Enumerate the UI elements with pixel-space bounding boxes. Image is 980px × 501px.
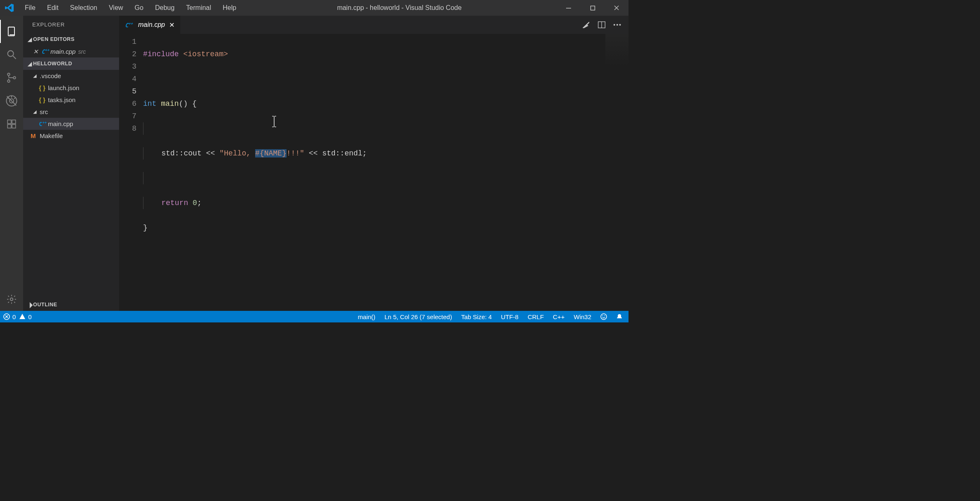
minimap[interactable]: [605, 34, 629, 67]
svg-rect-14: [12, 120, 16, 124]
status-language[interactable]: C++: [553, 313, 564, 320]
status-target[interactable]: Win32: [574, 313, 591, 320]
window-minimize[interactable]: [557, 0, 581, 16]
file-launch-json[interactable]: { } launch.json: [23, 82, 119, 94]
line-number-gutter: 1 2 3 4 5 6 7 8: [119, 34, 143, 311]
chevron-down-icon: ◢: [33, 109, 40, 115]
menu-go[interactable]: Go: [129, 4, 149, 12]
status-scope[interactable]: main(): [358, 313, 375, 320]
status-errors[interactable]: 0: [3, 313, 16, 320]
menu-selection[interactable]: Selection: [64, 4, 103, 12]
tab-main-cpp[interactable]: C++ main.cpp ✕: [119, 16, 181, 34]
menu-view[interactable]: View: [103, 4, 129, 12]
chevron-down-icon: ◢: [26, 36, 33, 43]
activity-debug[interactable]: [0, 89, 23, 112]
json-file-icon: { }: [39, 84, 48, 91]
chevron-down-icon: ◢: [33, 73, 40, 79]
vscode-icon: [0, 3, 19, 12]
titlebar: File Edit Selection View Go Debug Termin…: [0, 0, 629, 16]
close-icon[interactable]: ✕: [33, 48, 41, 55]
window-maximize[interactable]: [581, 0, 605, 16]
svg-line-3: [13, 56, 16, 59]
window-close[interactable]: [605, 0, 629, 16]
svg-rect-1: [590, 6, 595, 10]
folder-label: src: [40, 108, 48, 115]
menu-help[interactable]: Help: [217, 4, 242, 12]
svg-rect-15: [7, 124, 11, 128]
activity-settings[interactable]: [0, 288, 23, 311]
folder-label: .vscode: [40, 72, 61, 79]
json-file-icon: { }: [39, 96, 48, 103]
svg-point-17: [10, 298, 13, 301]
menu-file[interactable]: File: [19, 4, 41, 12]
more-actions-icon[interactable]: •••: [613, 21, 622, 28]
menu-terminal[interactable]: Terminal: [180, 4, 217, 12]
cpp-file-icon: C++: [41, 48, 50, 55]
open-editor-filename: main.cpp: [50, 48, 76, 55]
outline-label: OUTLINE: [33, 302, 57, 308]
status-encoding[interactable]: UTF-8: [501, 313, 519, 320]
open-editors-header[interactable]: ◢ OPEN EDITORS: [23, 33, 119, 45]
makefile-icon: M: [31, 132, 40, 139]
explorer-title: EXPLORER: [23, 16, 119, 33]
open-editors-label: OPEN EDITORS: [33, 36, 74, 42]
tab-close-icon[interactable]: ✕: [169, 21, 174, 29]
file-label: launch.json: [48, 84, 79, 91]
menu-edit[interactable]: Edit: [41, 4, 65, 12]
explorer-sidebar: EXPLORER ◢ OPEN EDITORS ✕ C++ main.cpp s…: [23, 16, 119, 311]
svg-point-23: [605, 315, 605, 316]
cpp-file-icon: C++: [39, 121, 48, 127]
editor-area: C++ main.cpp ✕ ••• 1 2 3 4 5 6 7 8 #incl…: [119, 16, 629, 311]
svg-rect-0: [566, 8, 571, 8]
svg-point-22: [602, 315, 603, 316]
run-build-icon[interactable]: [582, 21, 590, 29]
status-tabsize[interactable]: Tab Size: 4: [461, 313, 492, 320]
svg-point-6: [13, 76, 16, 79]
tabbar: C++ main.cpp ✕ •••: [119, 16, 629, 34]
code-editor[interactable]: 1 2 3 4 5 6 7 8 #include <iostream> int …: [119, 34, 629, 311]
status-eol[interactable]: CRLF: [528, 313, 544, 320]
chevron-down-icon: ◢: [26, 61, 33, 67]
statusbar: 0 0 main() Ln 5, Col 26 (7 selected) Tab…: [0, 311, 629, 322]
svg-rect-16: [12, 124, 16, 128]
file-label: tasks.json: [48, 96, 76, 103]
cpp-file-icon: C++: [125, 22, 134, 28]
workspace-label: HELLOWORLD: [33, 61, 72, 67]
svg-point-5: [7, 80, 10, 82]
file-main-cpp[interactable]: C++ main.cpp: [23, 118, 119, 130]
activity-bar: [0, 16, 23, 311]
open-editor-item[interactable]: ✕ C++ main.cpp src: [23, 45, 119, 57]
file-label: Makefile: [40, 132, 63, 139]
feedback-icon[interactable]: [600, 313, 607, 320]
file-tasks-json[interactable]: { } tasks.json: [23, 94, 119, 106]
activity-search[interactable]: [0, 43, 23, 66]
activity-extensions[interactable]: [0, 112, 23, 136]
svg-line-12: [14, 97, 16, 99]
window-title: main.cpp - helloworld - Visual Studio Co…: [242, 4, 557, 12]
file-makefile[interactable]: M Makefile: [23, 130, 119, 142]
notifications-icon[interactable]: [616, 313, 623, 320]
file-label: main.cpp: [48, 120, 73, 127]
folder-src[interactable]: ◢ src: [23, 106, 119, 118]
outline-header[interactable]: ◢ OUTLINE: [23, 298, 119, 311]
tab-filename: main.cpp: [138, 21, 165, 29]
open-editor-path: src: [78, 48, 86, 55]
svg-point-21: [601, 314, 607, 320]
status-warnings[interactable]: 0: [19, 313, 31, 320]
menu-debug[interactable]: Debug: [149, 4, 180, 12]
workspace-header[interactable]: ◢ HELLOWORLD: [23, 57, 119, 70]
svg-rect-13: [7, 120, 11, 124]
status-position[interactable]: Ln 5, Col 26 (7 selected): [385, 313, 452, 320]
activity-explorer[interactable]: [0, 20, 23, 43]
split-editor-icon[interactable]: [598, 21, 606, 29]
svg-point-4: [7, 73, 10, 76]
code-content[interactable]: #include <iostream> int main() { std::co…: [143, 34, 629, 311]
selection: #{NAME}: [255, 149, 287, 157]
folder-vscode[interactable]: ◢ .vscode: [23, 70, 119, 82]
svg-point-2: [8, 51, 14, 57]
activity-scm[interactable]: [0, 66, 23, 89]
